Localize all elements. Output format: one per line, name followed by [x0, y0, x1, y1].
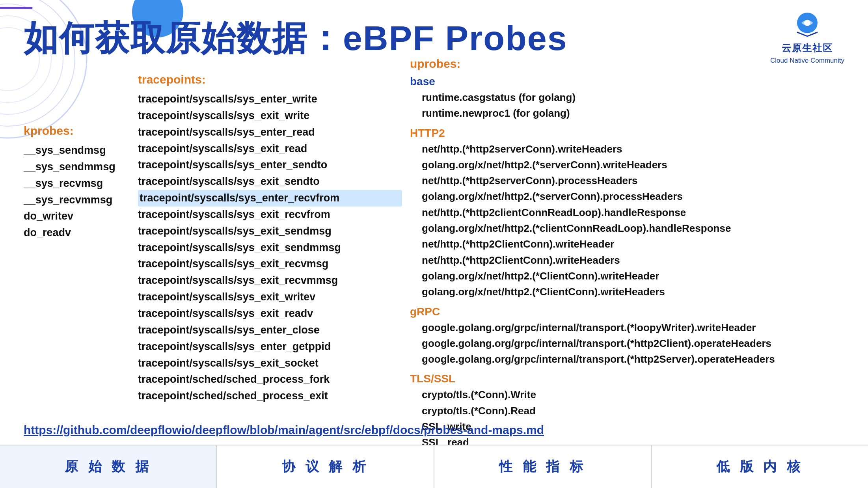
list-item: tracepoint/syscalls/sys_enter_close: [138, 322, 402, 339]
uprobes-tls-label: TLS/SSL: [410, 373, 844, 385]
reference-link-area[interactable]: https://github.com/deepflowio/deepflow/b…: [24, 423, 544, 437]
svg-point-8: [804, 20, 810, 26]
kprobes-section: kprobes: __sys_sendmsg __sys_sendmmsg __…: [24, 57, 134, 441]
main-content: kprobes: __sys_sendmsg __sys_sendmmsg __…: [24, 57, 844, 441]
logo-icon: [790, 12, 825, 39]
uprobes-section: uprobes: base runtime.casgstatus (for go…: [402, 57, 844, 441]
list-item: net/http.(*http2serverConn).writeHeaders: [410, 141, 844, 157]
list-item: golang.org/x/net/http2.(*clientConnReadL…: [410, 220, 844, 236]
list-item: google.golang.org/grpc/internal/transpor…: [410, 320, 844, 335]
list-item: net/http.(*http2ClientConn).writeHeader: [410, 236, 844, 252]
list-item: tracepoint/sched/sched_process_exit: [138, 388, 402, 404]
list-item: tracepoint/syscalls/sys_exit_readv: [138, 305, 402, 322]
list-item: golang.org/x/net/http2.(*serverConn).wri…: [410, 157, 844, 173]
logo-name: 云原生社区: [782, 42, 833, 54]
kprobes-label: kprobes:: [24, 124, 134, 138]
list-item: do_writev: [24, 208, 134, 225]
list-item: __sys_recvmmsg: [24, 192, 134, 209]
list-item: runtime.newproc1 (for golang): [410, 105, 844, 121]
nav-item-old-kernel[interactable]: 低 版 内 核: [652, 445, 868, 488]
tracepoints-section: tracepoints: tracepoint/syscalls/sys_ent…: [134, 57, 402, 441]
list-item: tracepoint/syscalls/sys_exit_recvmmsg: [138, 272, 402, 289]
nav-item-metrics[interactable]: 性 能 指 标: [434, 445, 652, 488]
uprobes-label: uprobes:: [410, 57, 844, 71]
tracepoints-label: tracepoints:: [138, 73, 402, 86]
bottom-nav: 原 始 数 据 协 议 解 析 性 能 指 标 低 版 内 核: [0, 445, 868, 488]
list-item-highlighted: tracepoint/syscalls/sys_enter_recvfrom: [138, 190, 402, 207]
list-item: tracepoint/syscalls/sys_exit_sendmsg: [138, 223, 402, 240]
list-item: tracepoint/syscalls/sys_enter_sendto: [138, 157, 402, 173]
list-item: golang.org/x/net/http2.(*ClientConn).wri…: [410, 268, 844, 284]
list-item: crypto/tls.(*Conn).Write: [410, 387, 844, 402]
list-item: tracepoint/syscalls/sys_exit_recvfrom: [138, 207, 402, 223]
list-item: net/http.(*http2serverConn).processHeade…: [410, 173, 844, 188]
nav-item-protocol[interactable]: 协 议 解 析: [217, 445, 434, 488]
list-item: net/http.(*http2ClientConn).writeHeaders: [410, 252, 844, 268]
tracepoints-list: tracepoint/syscalls/sys_enter_write trac…: [138, 91, 402, 404]
list-item: tracepoint/sched/sched_process_fork: [138, 371, 402, 388]
list-item: google.golang.org/grpc/internal/transpor…: [410, 335, 844, 351]
list-item: __sys_sendmsg: [24, 142, 134, 159]
uprobes-base-label: base: [410, 75, 844, 88]
list-item: google.golang.org/grpc/internal/transpor…: [410, 351, 844, 367]
list-item: golang.org/x/net/http2.(*serverConn).pro…: [410, 188, 844, 204]
kprobes-list: __sys_sendmsg __sys_sendmmsg __sys_recvm…: [24, 142, 134, 241]
list-item: golang.org/x/net/http2.(*ClientConn).wri…: [410, 284, 844, 300]
list-item: net/http.(*http2clientConnReadLoop).hand…: [410, 205, 844, 220]
list-item: do_readv: [24, 225, 134, 241]
nav-item-raw-data[interactable]: 原 始 数 据: [0, 445, 217, 488]
list-item: tracepoint/syscalls/sys_exit_write: [138, 108, 402, 124]
page-title: 如何获取原始数据：eBPF Probes: [24, 19, 568, 58]
list-item: tracepoint/syscalls/sys_exit_sendto: [138, 173, 402, 190]
list-item: __sys_recvmsg: [24, 175, 134, 192]
list-item: crypto/tls.(*Conn).Read: [410, 403, 844, 419]
uprobes-http2-label: HTTP2: [410, 127, 844, 140]
list-item: tracepoint/syscalls/sys_exit_recvmsg: [138, 256, 402, 272]
list-item: runtime.casgstatus (for golang): [410, 89, 844, 105]
list-item: __sys_sendmmsg: [24, 159, 134, 175]
list-item: tracepoint/syscalls/sys_exit_sendmmsg: [138, 240, 402, 256]
list-item: tracepoint/syscalls/sys_exit_writev: [138, 289, 402, 305]
reference-link[interactable]: https://github.com/deepflowio/deepflow/b…: [24, 423, 544, 436]
list-item: tracepoint/syscalls/sys_exit_socket: [138, 355, 402, 372]
header: 如何获取原始数据：eBPF Probes 云原生社区 Cloud Native …: [24, 12, 844, 65]
list-item: tracepoint/syscalls/sys_enter_read: [138, 124, 402, 141]
list-item: tracepoint/syscalls/sys_enter_getppid: [138, 339, 402, 355]
uprobes-grpc-label: gRPC: [410, 305, 844, 318]
list-item: tracepoint/syscalls/sys_exit_read: [138, 141, 402, 157]
logo-area: 云原生社区 Cloud Native Community: [770, 12, 844, 65]
list-item: tracepoint/syscalls/sys_enter_write: [138, 91, 402, 108]
